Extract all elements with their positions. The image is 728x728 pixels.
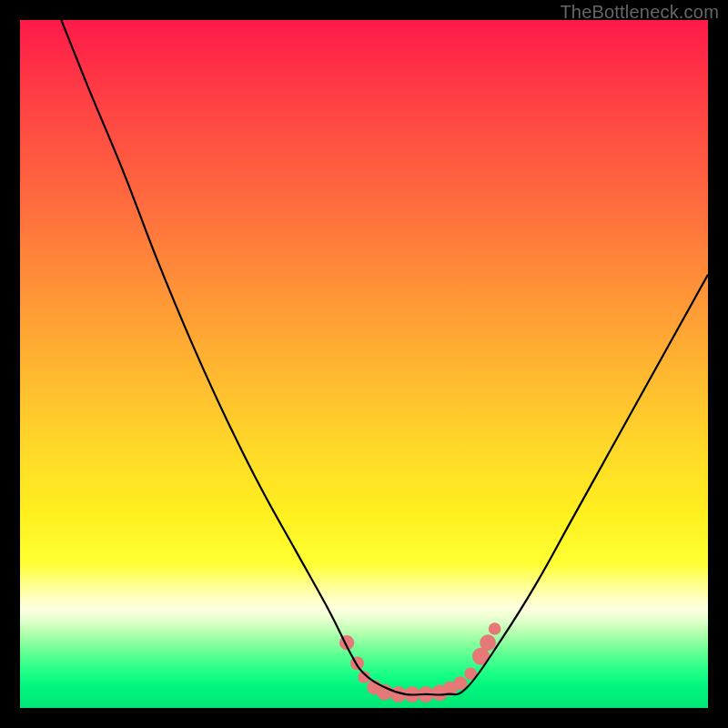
attribution-text: TheBottleneck.com (560, 2, 719, 23)
chart-frame: TheBottleneck.com (0, 0, 728, 728)
bottleneck-curve (61, 20, 708, 695)
marker-group (339, 622, 501, 702)
chart-svg (20, 20, 708, 708)
curve-marker (489, 622, 501, 635)
curve-marker (453, 676, 467, 690)
curve-marker (480, 634, 496, 651)
chart-plot-area (20, 20, 708, 708)
